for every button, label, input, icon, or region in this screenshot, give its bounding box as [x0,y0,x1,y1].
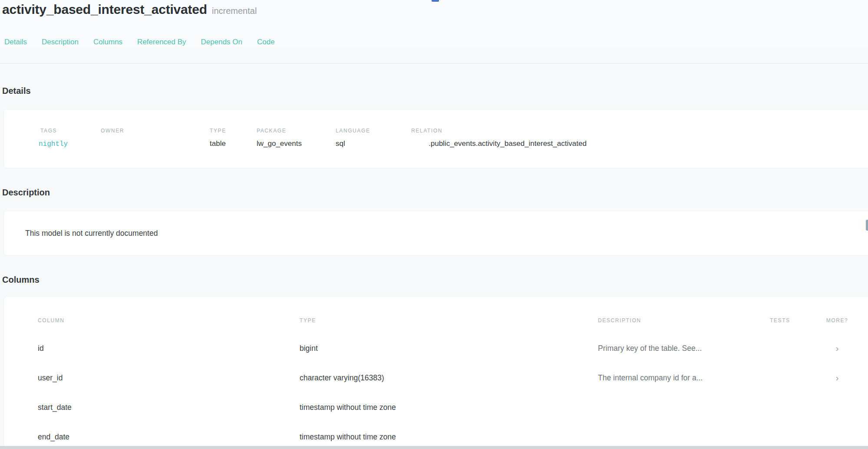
relation-label: RELATION [411,128,868,134]
column-type: timestamp without time zone [300,403,598,412]
field-relation: RELATION .public_events.activity_based_i… [411,128,868,149]
model-header: activity_based_interest_activated increm… [0,0,868,46]
details-section-heading: Details [2,85,868,96]
header-column: COLUMN [38,317,300,324]
column-name: start_date [38,403,300,412]
materialization-badge: incremental [212,6,257,16]
type-label: TYPE [210,128,257,134]
description-text: This model is not currently documented [25,228,868,238]
description-section-heading: Description [2,187,868,198]
column-type: character varying(16383) [300,373,598,383]
relation-value: .public_events.activity_based_interest_a… [411,139,868,149]
clipped-top-fragment [432,0,439,2]
field-package: PACKAGE lw_go_events [257,128,336,149]
details-card: TAGS nightly OWNER TYPE table PACKAGE lw… [3,109,868,168]
header-type: TYPE [300,317,598,324]
table-row-id[interactable]: id bigint Primary key of the table. See.… [38,333,868,363]
page-title: activity_based_interest_activated [2,1,207,18]
columns-card: COLUMN TYPE DESCRIPTION TESTS MORE? id b… [3,296,868,449]
language-label: LANGUAGE [336,128,411,134]
clipped-right-fragment [866,220,868,231]
column-type: timestamp without time zone [300,432,598,442]
package-label: PACKAGE [257,128,336,134]
table-row-start-date[interactable]: start_date timestamp without time zone [38,393,868,422]
tab-depends-on[interactable]: Depends On [201,37,242,46]
column-description: Primary key of the table. See... [598,344,770,353]
type-value: table [210,139,257,149]
column-name: id [38,344,300,353]
header-description: DESCRIPTION [598,317,770,324]
chevron-right-icon[interactable]: › [820,344,855,353]
column-name: user_id [38,373,300,383]
owner-label: OWNER [101,128,210,134]
table-row-end-date[interactable]: end_date timestamp without time zone [38,422,868,449]
header-tests: TESTS [770,317,820,324]
column-name: end_date [38,432,300,442]
column-description: The internal company id for a... [598,373,770,383]
chevron-right-icon[interactable]: › [820,373,855,382]
tab-columns[interactable]: Columns [93,37,122,46]
tags-label: TAGS [40,128,101,134]
field-language: LANGUAGE sql [336,128,411,149]
language-value: sql [336,139,411,149]
section-nav: Details Description Columns Referenced B… [2,37,868,46]
tab-code[interactable]: Code [257,37,275,46]
header-divider [0,63,868,64]
field-owner: OWNER [101,128,210,149]
tab-referenced-by[interactable]: Referenced By [137,37,186,46]
table-row-user-id[interactable]: user_id character varying(16383) The int… [38,363,868,393]
columns-table-body: id bigint Primary key of the table. See.… [38,333,868,449]
header-more: MORE? [820,317,855,324]
column-type: bigint [300,344,598,353]
columns-table-header: COLUMN TYPE DESCRIPTION TESTS MORE? [38,317,868,324]
tab-details[interactable]: Details [4,37,27,46]
package-value: lw_go_events [257,139,336,149]
tab-description[interactable]: Description [42,37,79,46]
columns-section-heading: Columns [2,274,868,285]
window-bottom-edge [0,446,868,449]
tag-link-nightly[interactable]: nightly [39,140,68,148]
field-type: TYPE table [210,128,257,149]
description-card: This model is not currently documented [3,211,868,256]
field-tags: TAGS nightly [40,128,101,149]
